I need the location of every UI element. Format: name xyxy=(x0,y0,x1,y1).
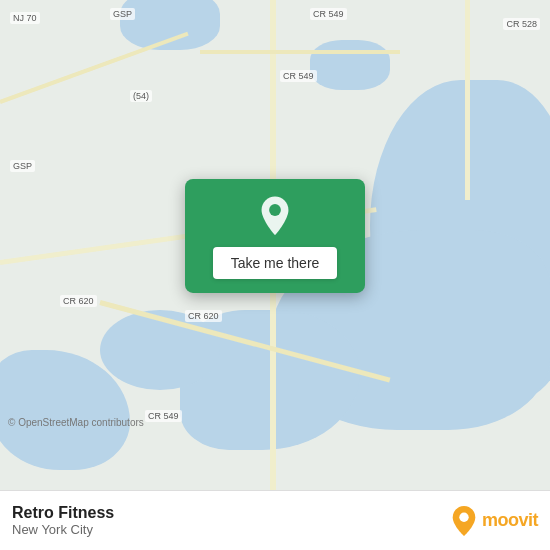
road-label-gsp1: GSP xyxy=(110,8,135,20)
moovit-pin-icon xyxy=(450,505,478,537)
location-pin-icon xyxy=(254,195,296,237)
road-label-nj70: NJ 70 xyxy=(10,12,40,24)
svg-point-1 xyxy=(459,512,468,521)
moovit-logo: moovit xyxy=(450,505,538,537)
road-label-gsp2: GSP xyxy=(10,160,35,172)
moovit-brand-text: moovit xyxy=(482,510,538,531)
svg-point-0 xyxy=(269,204,281,216)
road-label-cr549-top: CR 549 xyxy=(310,8,347,20)
location-popup: Take me there xyxy=(185,179,365,293)
take-me-there-button[interactable]: Take me there xyxy=(213,247,338,279)
map-attribution: © OpenStreetMap contributors xyxy=(8,417,144,428)
bottom-bar: Retro Fitness New York City moovit xyxy=(0,490,550,550)
location-info: Retro Fitness New York City xyxy=(12,504,114,537)
map: NJ 70 GSP CR 549 CR 528 (54) CR 549 GSP … xyxy=(0,0,550,490)
road-label-cr549-bot: CR 549 xyxy=(145,410,182,422)
road-label-cr620-right: CR 620 xyxy=(185,310,222,322)
road-label-54: (54) xyxy=(130,90,152,102)
water-inlet xyxy=(100,310,220,390)
road-horizontal-top xyxy=(200,50,400,54)
location-name: Retro Fitness xyxy=(12,504,114,522)
water-top-center xyxy=(120,0,220,50)
road-label-cr528: CR 528 xyxy=(503,18,540,30)
road-top-right xyxy=(465,0,470,200)
water-inlet2 xyxy=(310,40,390,90)
road-label-cr620-left: CR 620 xyxy=(60,295,97,307)
location-city: New York City xyxy=(12,522,114,537)
road-label-cr549-mid: CR 549 xyxy=(280,70,317,82)
